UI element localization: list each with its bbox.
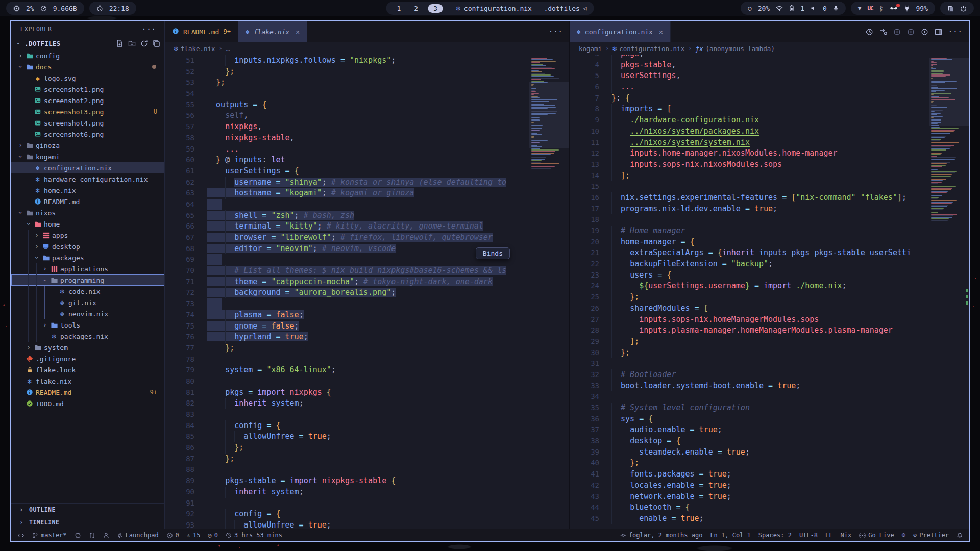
code-line-45[interactable]: 45 enable = true;: [570, 513, 929, 524]
status-errors[interactable]: 0: [166, 532, 179, 539]
tree-item-configuration-nix[interactable]: ❄configuration.nix: [11, 162, 164, 173]
code-line-44[interactable]: 44 bluetooth = {: [570, 502, 929, 513]
code-line-84[interactable]: 84 config = {: [165, 420, 529, 432]
workspace-root-row[interactable]: › .DOTFILES: [11, 37, 164, 50]
tree-item-applications[interactable]: ›applications: [11, 263, 164, 274]
code-line-82[interactable]: 82 inherit system;: [165, 398, 529, 409]
tree-item-tools[interactable]: ›tools: [11, 319, 164, 331]
code-line-74[interactable]: 74 plasma = false;: [165, 310, 529, 321]
code-line-26[interactable]: 26 sharedModules = [: [570, 303, 929, 314]
editor-more-actions[interactable]: ···: [549, 28, 563, 36]
code-line-10[interactable]: 10 ../nixos/system/packages.nix: [570, 126, 929, 137]
code-line-72[interactable]: 72 background = "aurora_borealis.png";: [165, 287, 529, 298]
code-line-66[interactable]: 66 terminal = "kitty"; # kitty, alacritt…: [165, 221, 529, 232]
status-feedback[interactable]: ☺: [902, 532, 905, 539]
timeline-icon[interactable]: [866, 28, 873, 36]
tree-item-packages[interactable]: ›packages: [11, 252, 164, 263]
code-line-91[interactable]: 91: [165, 498, 529, 509]
tray-app-icon[interactable]: [890, 5, 898, 11]
code-editor-configuration-nix[interactable]: 3 pkgs,4 pkgs-stable,5 userSettings,6 ..…: [570, 55, 929, 529]
code-line-55[interactable]: 55 outputs = {: [165, 99, 529, 111]
code-line-88[interactable]: 88: [165, 464, 529, 475]
code-line-80[interactable]: 80: [165, 376, 529, 387]
timeline-section[interactable]: › TIMELINE: [11, 516, 164, 529]
status-prettier[interactable]: ⊘Prettier: [913, 532, 949, 539]
uc-tray-icon[interactable]: UC: [867, 5, 873, 12]
code-line-33[interactable]: 33 boot.loader.systemd-boot.enable = tru…: [570, 381, 929, 392]
tree-item-todo-md[interactable]: TODO.md: [11, 398, 164, 409]
code-line-23[interactable]: 23 users = {: [570, 270, 929, 281]
status-wakatime[interactable]: 3 hrs 53 mins: [226, 532, 282, 539]
code-line-25[interactable]: 25 };: [570, 292, 929, 303]
code-line-90[interactable]: 90 inherit system;: [165, 487, 529, 498]
tree-item-readme-md[interactable]: README.md: [11, 196, 164, 207]
tree-item-flake-nix[interactable]: ❄flake.nix: [11, 375, 164, 387]
code-line-79[interactable]: 79 system = "x86_64-linux";: [165, 365, 529, 376]
code-line-56[interactable]: 56 self,: [165, 110, 529, 121]
status-indentation[interactable]: Spaces: 2: [758, 532, 792, 539]
next-change-icon[interactable]: [907, 28, 915, 36]
tree-item-code-nix[interactable]: ❄code.nix: [11, 286, 164, 297]
chevron-down-icon[interactable]: ›: [26, 220, 32, 228]
code-line-19[interactable]: 19 # Home manager: [570, 226, 929, 237]
minimap-slider[interactable]: [529, 82, 569, 148]
code-line-41[interactable]: 41 fonts.packages = true;: [570, 469, 929, 480]
code-line-4[interactable]: 4 pkgs-stable,: [570, 60, 929, 71]
status-warnings[interactable]: ⚠15: [187, 532, 201, 539]
code-line-53[interactable]: 53 };: [165, 77, 529, 88]
code-line-78[interactable]: 78: [165, 354, 529, 365]
code-line-13[interactable]: 13 inputs.sops-nix.nixosModules.sops: [570, 159, 929, 170]
code-line-35[interactable]: 35 # System level configuration: [570, 403, 929, 414]
code-line-63[interactable]: 63 hostname = "kogami"; # kogami or gino…: [165, 188, 529, 199]
code-line-18[interactable]: 18: [570, 214, 929, 226]
code-line-39[interactable]: 39 steamdeck.enable = true;: [570, 447, 929, 458]
breadcrumb-item[interactable]: ƒx(anonymous lambda): [695, 45, 775, 53]
code-line-6[interactable]: 6 ...: [570, 82, 929, 93]
power-icon[interactable]: [960, 5, 967, 12]
code-line-3[interactable]: 3 pkgs,: [570, 55, 929, 60]
code-line-85[interactable]: 85 allowUnfree = true;: [165, 431, 529, 442]
code-line-24[interactable]: 24 ${userSettings.username} = import ./h…: [570, 281, 929, 292]
close-icon[interactable]: ✕: [659, 28, 663, 36]
status-encoding[interactable]: UTF-8: [799, 532, 818, 539]
tree-item-home-nix[interactable]: ❄home.nix: [11, 185, 164, 196]
tree-item-readme-md[interactable]: README.md9+: [11, 387, 164, 398]
code-line-32[interactable]: 32 # Bootloader: [570, 369, 929, 381]
code-line-34[interactable]: 34: [570, 391, 929, 403]
status-gitlens-compare[interactable]: [89, 532, 95, 539]
code-line-62[interactable]: 62 username = "shinya"; # konsta or shin…: [165, 177, 529, 188]
tree-item-nixos[interactable]: ›nixos: [11, 207, 164, 218]
tree-item-hardware-configuration-nix[interactable]: ❄hardware-configuration.nix: [11, 173, 164, 185]
refresh-button[interactable]: [140, 40, 148, 47]
workspace-2[interactable]: 2: [410, 5, 422, 12]
collapse-folders-button[interactable]: [153, 40, 160, 47]
code-line-81[interactable]: 81 pkgs = import nixpkgs {: [165, 387, 529, 398]
open-changes-icon[interactable]: [879, 28, 887, 36]
code-line-21[interactable]: 21 extraSpecialArgs = {inherit inputs pk…: [570, 247, 929, 259]
code-line-67[interactable]: 67 browser = "librewolf"; # firefox, lib…: [165, 232, 529, 243]
chevron-right-icon[interactable]: ›: [33, 243, 41, 249]
explorer-more-actions[interactable]: ···: [142, 25, 156, 33]
code-line-86[interactable]: 86 };: [165, 442, 529, 454]
tray-widget[interactable]: ▼ UC ᛒ 99%: [851, 2, 935, 15]
tree-item--gitignore[interactable]: .gitignore: [11, 353, 164, 364]
clipboard-icon[interactable]: [947, 5, 954, 12]
code-line-17[interactable]: 17 programs.nix-ld.dev.enable = true;: [570, 204, 929, 215]
code-line-64[interactable]: 64: [165, 199, 529, 210]
status-todo-count[interactable]: ◎0: [208, 532, 218, 539]
tree-item-flake-lock[interactable]: flake.lock: [11, 364, 164, 375]
split-editor-icon[interactable]: [935, 28, 942, 36]
code-line-20[interactable]: 20 home-manager = {: [570, 237, 929, 248]
session-widget[interactable]: [940, 2, 974, 15]
code-line-30[interactable]: 30 };: [570, 347, 929, 359]
code-line-87[interactable]: 87 };: [165, 454, 529, 465]
tree-item-screenshot2-png[interactable]: screenshot2.png: [11, 95, 164, 106]
chevron-right-icon[interactable]: ›: [16, 53, 24, 59]
minimap-left[interactable]: [529, 55, 569, 529]
code-line-7[interactable]: 7}: {: [570, 93, 929, 104]
audio-widget[interactable]: ○ 20% 1 0: [741, 2, 845, 15]
code-line-16[interactable]: 16 nix.settings.experimental-features = …: [570, 192, 929, 204]
run-code-icon[interactable]: [921, 28, 928, 36]
breadcrumb-item[interactable]: ❄configuration.nix: [612, 45, 684, 53]
bluetooth-icon[interactable]: ᛒ: [879, 5, 884, 12]
